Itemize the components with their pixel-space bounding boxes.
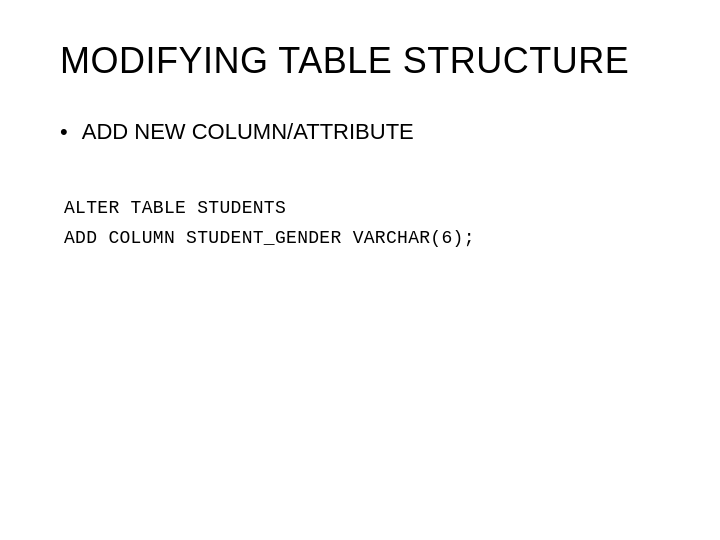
code-block: ALTER TABLE STUDENTS ADD COLUMN STUDENT_… bbox=[64, 193, 660, 254]
slide-container: MODIFYING TABLE STRUCTURE • ADD NEW COLU… bbox=[0, 0, 720, 540]
slide-title: MODIFYING TABLE STRUCTURE bbox=[60, 40, 660, 82]
bullet-section: • ADD NEW COLUMN/ATTRIBUTE bbox=[60, 118, 660, 163]
bullet-dot: • bbox=[60, 118, 68, 147]
bullet-item: • ADD NEW COLUMN/ATTRIBUTE bbox=[60, 118, 660, 147]
bullet-text: ADD NEW COLUMN/ATTRIBUTE bbox=[82, 118, 414, 147]
code-line-1: ALTER TABLE STUDENTS bbox=[64, 193, 660, 224]
code-line-2: ADD COLUMN STUDENT_GENDER VARCHAR(6); bbox=[64, 223, 660, 254]
